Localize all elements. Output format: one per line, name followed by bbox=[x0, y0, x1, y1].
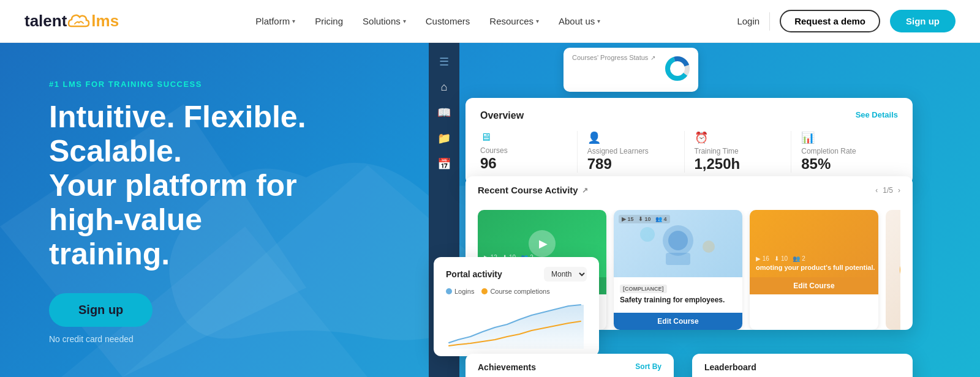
logo-lms: lms bbox=[91, 12, 119, 31]
course-card-2: ▶ 15 ⬇ 10 👥 4 [COMPLIANCE] Safety traini… bbox=[614, 210, 742, 330]
nav-platform[interactable]: Platform ▾ bbox=[255, 16, 295, 26]
sort-by-button[interactable]: Sort By bbox=[635, 362, 662, 372]
nav-right: Login Request a demo Sign up bbox=[737, 10, 956, 32]
edit-course-btn-2[interactable]: Edit Course bbox=[614, 313, 742, 330]
edit-course-btn-1[interactable]: Edit Course bbox=[478, 277, 606, 294]
completion-icon: 📊 bbox=[801, 131, 815, 144]
prev-icon[interactable]: ‹ bbox=[875, 186, 878, 195]
course-card-4: ▶ bbox=[886, 210, 900, 330]
nav-about[interactable]: About us ▾ bbox=[559, 16, 600, 26]
next-icon[interactable]: › bbox=[898, 186, 900, 195]
sidebar-menu-icon[interactable]: ☰ bbox=[439, 55, 449, 69]
completion-label: Completion Rate bbox=[801, 147, 856, 155]
svg-point-6 bbox=[663, 225, 693, 256]
stat-completion: 📊 Completion Rate 85% bbox=[791, 131, 898, 173]
sidebar-home-icon[interactable]: ⌂ bbox=[441, 81, 448, 94]
solutions-chevron-icon: ▾ bbox=[403, 18, 406, 24]
logo-talent: talent bbox=[24, 12, 67, 31]
signup-nav-button[interactable]: Sign up bbox=[890, 10, 956, 32]
progress-status-card: Courses' Progress Status ↗ bbox=[564, 48, 698, 92]
play-button-4[interactable]: ▶ bbox=[900, 256, 900, 283]
course-list: ▶ 12 ⬇ 10 👥 2 up for success. ▶ Edit Cou… bbox=[478, 210, 900, 330]
svg-point-3 bbox=[668, 59, 687, 78]
portal-legend: Logins Course completions bbox=[446, 288, 587, 295]
progress-pie-chart bbox=[665, 56, 690, 81]
logo-cloud-icon bbox=[67, 13, 91, 30]
about-chevron-icon: ▾ bbox=[597, 18, 600, 24]
nav-customers[interactable]: Customers bbox=[426, 16, 470, 26]
time-icon: ⏰ bbox=[695, 131, 708, 144]
overview-card-title: Overview See Details bbox=[480, 110, 898, 121]
courses-value: 96 bbox=[480, 155, 497, 172]
see-details-link[interactable]: See Details bbox=[856, 110, 898, 121]
learners-icon: 👤 bbox=[587, 131, 601, 144]
svg-point-10 bbox=[703, 241, 715, 253]
edit-course-btn-3[interactable]: Edit Course bbox=[750, 277, 878, 294]
svg-point-9 bbox=[640, 227, 655, 242]
dashboard-mockup: ☰ ⌂ 📖 📁 📅 Courses' Progress Status ↗ Ove… bbox=[429, 43, 980, 377]
courses-icon: 🖥 bbox=[480, 131, 491, 144]
request-demo-button[interactable]: Request a demo bbox=[780, 10, 880, 32]
learners-value: 789 bbox=[587, 155, 612, 173]
play-button-1[interactable]: ▶ bbox=[529, 230, 556, 257]
learners-label: Assigned Learners bbox=[587, 147, 649, 155]
platform-chevron-icon: ▾ bbox=[292, 18, 295, 24]
legend-completions: Course completions bbox=[481, 288, 549, 295]
stat-training-time: ⏰ Training Time 1,250h bbox=[685, 131, 792, 173]
signup-hero-button[interactable]: Sign up bbox=[49, 293, 153, 327]
nav-resources[interactable]: Resources ▾ bbox=[489, 16, 539, 26]
course-card-2-title: Safety training for employees. bbox=[620, 296, 736, 304]
portal-title: Portal activity bbox=[446, 269, 502, 279]
activity-link-icon: ↗ bbox=[582, 186, 588, 195]
courses-label: Courses bbox=[480, 146, 508, 155]
hero-no-card-text: No credit card needed bbox=[49, 334, 318, 344]
training-time-label: Training Time bbox=[695, 147, 739, 155]
training-time-value: 1,250h bbox=[695, 155, 741, 173]
completion-value: 85% bbox=[801, 155, 831, 173]
portal-activity-card: Portal activity Month Logins Course comp… bbox=[434, 257, 599, 356]
sidebar-calendar-icon[interactable]: 📅 bbox=[437, 157, 451, 171]
achievements-title-row: Achievements Sort By bbox=[478, 362, 662, 372]
hero-badge: #1 LMS FOR TRAINING SUCCESS bbox=[49, 80, 318, 89]
course-card-1: ▶ 12 ⬇ 10 👥 2 up for success. ▶ Edit Cou… bbox=[478, 210, 606, 330]
hero-left: #1 LMS FOR TRAINING SUCCESS Intuitive. F… bbox=[0, 43, 318, 368]
logo[interactable]: talent lms bbox=[24, 12, 119, 31]
hero-section: #1 LMS FOR TRAINING SUCCESS Intuitive. F… bbox=[0, 43, 980, 377]
svg-rect-8 bbox=[666, 253, 690, 265]
sidebar-folder-icon[interactable]: 📁 bbox=[437, 132, 451, 145]
chart-svg bbox=[446, 300, 587, 349]
resources-chevron-icon: ▾ bbox=[536, 18, 539, 24]
sidebar-book-icon[interactable]: 📖 bbox=[437, 106, 451, 119]
logins-dot bbox=[446, 288, 452, 294]
stat-learners: 👤 Assigned Learners 789 bbox=[578, 131, 685, 173]
divider bbox=[769, 12, 770, 31]
portal-chart bbox=[446, 300, 587, 349]
external-link-icon: ↗ bbox=[650, 54, 655, 61]
pagination: ‹ 1/5 › bbox=[875, 186, 900, 195]
svg-point-7 bbox=[668, 231, 688, 250]
leaderboard-title: Leaderboard bbox=[704, 362, 900, 372]
portal-title-row: Portal activity Month bbox=[446, 267, 587, 282]
sidebar-strip: ☰ ⌂ 📖 📁 📅 bbox=[429, 43, 459, 377]
overview-card: Overview See Details 🖥 Courses 96 👤 Assi… bbox=[466, 98, 913, 185]
stat-courses: 🖥 Courses 96 bbox=[480, 131, 578, 173]
month-select[interactable]: Month bbox=[544, 267, 587, 282]
achievements-card: Achievements Sort By Overview Rewards Le… bbox=[466, 354, 674, 377]
svg-point-4 bbox=[668, 59, 687, 78]
navbar: talent lms Platform ▾ Pricing Solutions … bbox=[0, 0, 980, 43]
svg-point-5 bbox=[668, 59, 687, 78]
activity-card: Recent Course Activity ↗ ‹ 1/5 › ▶ 12 ⬇ … bbox=[466, 176, 913, 330]
activity-title: Recent Course Activity ↗ bbox=[478, 185, 588, 195]
overview-stats: 🖥 Courses 96 👤 Assigned Learners 789 ⏰ T… bbox=[480, 131, 898, 173]
compliance-illustration bbox=[629, 216, 727, 271]
nav-links: Platform ▾ Pricing Solutions ▾ Customers… bbox=[255, 16, 600, 26]
course-card-3: ▶ 16 ⬇ 10 👥 2 omoting your product's ful… bbox=[750, 210, 878, 330]
nav-solutions[interactable]: Solutions ▾ bbox=[363, 16, 406, 26]
hero-title: Intuitive. Flexible. Scalable. Your plat… bbox=[49, 100, 318, 271]
legend-logins: Logins bbox=[446, 288, 474, 295]
completions-dot bbox=[481, 288, 488, 294]
leaderboard-card: Leaderboard General Leaderboard Complete… bbox=[692, 354, 913, 377]
login-button[interactable]: Login bbox=[737, 16, 760, 26]
progress-card-title: Courses' Progress Status ↗ bbox=[572, 54, 690, 61]
nav-pricing[interactable]: Pricing bbox=[315, 16, 343, 26]
